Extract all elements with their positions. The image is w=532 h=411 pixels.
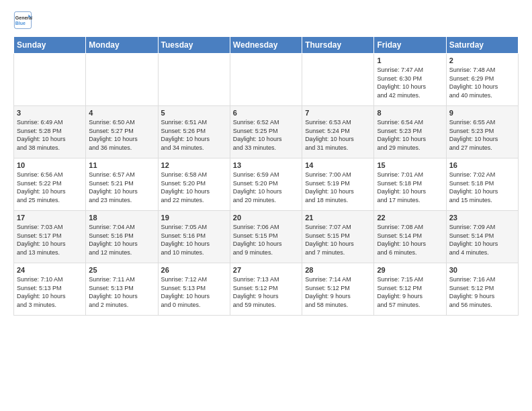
svg-rect-0 [14, 11, 31, 28]
day-info: Sunrise: 6:51 AM Sunset: 5:26 PM Dayligh… [161, 118, 227, 152]
calendar-cell: 18Sunrise: 7:04 AM Sunset: 5:16 PM Dayli… [86, 211, 158, 263]
calendar-week-row: 3Sunrise: 6:49 AM Sunset: 5:28 PM Daylig… [14, 106, 519, 158]
calendar-cell: 25Sunrise: 7:11 AM Sunset: 5:13 PM Dayli… [86, 263, 158, 316]
calendar-cell [14, 54, 86, 106]
day-number: 30 [449, 266, 515, 274]
calendar-cell: 15Sunrise: 7:01 AM Sunset: 5:18 PM Dayli… [374, 158, 446, 211]
logo: General Blue [13, 11, 35, 30]
calendar-cell: 23Sunrise: 7:09 AM Sunset: 5:14 PM Dayli… [446, 211, 518, 263]
calendar-cell: 7Sunrise: 6:53 AM Sunset: 5:24 PM Daylig… [302, 106, 374, 158]
day-info: Sunrise: 6:59 AM Sunset: 5:20 PM Dayligh… [233, 171, 299, 204]
day-number: 8 [377, 109, 443, 117]
day-info: Sunrise: 7:12 AM Sunset: 5:13 PM Dayligh… [161, 275, 227, 309]
calendar-cell: 11Sunrise: 6:57 AM Sunset: 5:21 PM Dayli… [86, 158, 158, 211]
day-info: Sunrise: 7:14 AM Sunset: 5:12 PM Dayligh… [305, 275, 371, 309]
day-number: 17 [17, 214, 83, 222]
calendar-cell: 3Sunrise: 6:49 AM Sunset: 5:28 PM Daylig… [14, 106, 86, 158]
calendar-week-row: 10Sunrise: 6:56 AM Sunset: 5:22 PM Dayli… [14, 158, 519, 211]
day-info: Sunrise: 7:16 AM Sunset: 5:12 PM Dayligh… [449, 275, 515, 309]
day-number: 16 [449, 161, 515, 169]
day-info: Sunrise: 6:54 AM Sunset: 5:23 PM Dayligh… [377, 118, 443, 152]
calendar-cell [86, 54, 158, 106]
day-number: 12 [161, 161, 227, 169]
page: General Blue SundayMondayTuesdayWednesda… [0, 0, 532, 322]
day-number: 24 [17, 266, 83, 274]
svg-text:Blue: Blue [15, 21, 26, 26]
calendar-header-thursday: Thursday [302, 37, 374, 54]
day-number: 15 [377, 161, 443, 169]
calendar-header-friday: Friday [374, 37, 446, 54]
day-info: Sunrise: 7:02 AM Sunset: 5:18 PM Dayligh… [449, 171, 515, 204]
day-number: 11 [89, 161, 154, 169]
calendar-table: SundayMondayTuesdayWednesdayThursdayFrid… [13, 36, 519, 316]
day-info: Sunrise: 7:11 AM Sunset: 5:13 PM Dayligh… [89, 275, 154, 309]
calendar-header-tuesday: Tuesday [158, 37, 230, 54]
calendar-cell: 21Sunrise: 7:07 AM Sunset: 5:15 PM Dayli… [302, 211, 374, 263]
day-info: Sunrise: 6:56 AM Sunset: 5:22 PM Dayligh… [17, 171, 83, 204]
calendar-cell [302, 54, 374, 106]
calendar-week-row: 1Sunrise: 7:47 AM Sunset: 6:30 PM Daylig… [14, 54, 519, 106]
logo-icon: General Blue [13, 11, 32, 30]
day-info: Sunrise: 7:15 AM Sunset: 5:12 PM Dayligh… [377, 275, 443, 309]
day-info: Sunrise: 7:05 AM Sunset: 5:16 PM Dayligh… [161, 223, 227, 257]
day-number: 6 [233, 109, 299, 117]
calendar-header-row: SundayMondayTuesdayWednesdayThursdayFrid… [14, 37, 519, 54]
calendar-cell: 27Sunrise: 7:13 AM Sunset: 5:12 PM Dayli… [230, 263, 302, 316]
calendar-cell: 4Sunrise: 6:50 AM Sunset: 5:27 PM Daylig… [86, 106, 158, 158]
day-info: Sunrise: 6:50 AM Sunset: 5:27 PM Dayligh… [89, 118, 154, 152]
day-info: Sunrise: 6:49 AM Sunset: 5:28 PM Dayligh… [17, 118, 83, 152]
day-number: 2 [449, 56, 515, 64]
calendar-cell: 30Sunrise: 7:16 AM Sunset: 5:12 PM Dayli… [446, 263, 518, 316]
calendar-cell: 24Sunrise: 7:10 AM Sunset: 5:13 PM Dayli… [14, 263, 86, 316]
day-number: 1 [377, 56, 443, 64]
calendar-cell: 29Sunrise: 7:15 AM Sunset: 5:12 PM Dayli… [374, 263, 446, 316]
day-info: Sunrise: 7:09 AM Sunset: 5:14 PM Dayligh… [449, 223, 515, 257]
header: General Blue [13, 11, 519, 30]
calendar-cell: 5Sunrise: 6:51 AM Sunset: 5:26 PM Daylig… [158, 106, 230, 158]
day-number: 18 [89, 214, 154, 222]
day-number: 20 [233, 214, 299, 222]
day-info: Sunrise: 7:48 AM Sunset: 6:29 PM Dayligh… [449, 66, 515, 99]
calendar-cell: 17Sunrise: 7:03 AM Sunset: 5:17 PM Dayli… [14, 211, 86, 263]
day-info: Sunrise: 7:04 AM Sunset: 5:16 PM Dayligh… [89, 223, 154, 257]
calendar-header-wednesday: Wednesday [230, 37, 302, 54]
day-info: Sunrise: 7:07 AM Sunset: 5:15 PM Dayligh… [305, 223, 371, 257]
calendar-cell: 16Sunrise: 7:02 AM Sunset: 5:18 PM Dayli… [446, 158, 518, 211]
day-info: Sunrise: 7:10 AM Sunset: 5:13 PM Dayligh… [17, 275, 83, 309]
calendar-cell: 8Sunrise: 6:54 AM Sunset: 5:23 PM Daylig… [374, 106, 446, 158]
day-info: Sunrise: 7:06 AM Sunset: 5:15 PM Dayligh… [233, 223, 299, 257]
calendar-header-sunday: Sunday [14, 37, 86, 54]
calendar-week-row: 17Sunrise: 7:03 AM Sunset: 5:17 PM Dayli… [14, 211, 519, 263]
day-number: 26 [161, 266, 227, 274]
day-number: 14 [305, 161, 371, 169]
day-number: 29 [377, 266, 443, 274]
day-number: 10 [17, 161, 83, 169]
calendar-cell: 6Sunrise: 6:52 AM Sunset: 5:25 PM Daylig… [230, 106, 302, 158]
day-number: 4 [89, 109, 154, 117]
calendar-week-row: 24Sunrise: 7:10 AM Sunset: 5:13 PM Dayli… [14, 263, 519, 316]
day-info: Sunrise: 6:55 AM Sunset: 5:23 PM Dayligh… [449, 118, 515, 152]
day-info: Sunrise: 6:53 AM Sunset: 5:24 PM Dayligh… [305, 118, 371, 152]
calendar-cell: 20Sunrise: 7:06 AM Sunset: 5:15 PM Dayli… [230, 211, 302, 263]
day-info: Sunrise: 6:52 AM Sunset: 5:25 PM Dayligh… [233, 118, 299, 152]
calendar-cell: 13Sunrise: 6:59 AM Sunset: 5:20 PM Dayli… [230, 158, 302, 211]
day-info: Sunrise: 7:13 AM Sunset: 5:12 PM Dayligh… [233, 275, 299, 309]
day-number: 28 [305, 266, 371, 274]
day-number: 5 [161, 109, 227, 117]
day-number: 22 [377, 214, 443, 222]
calendar-cell: 10Sunrise: 6:56 AM Sunset: 5:22 PM Dayli… [14, 158, 86, 211]
calendar-cell: 14Sunrise: 7:00 AM Sunset: 5:19 PM Dayli… [302, 158, 374, 211]
calendar-cell: 28Sunrise: 7:14 AM Sunset: 5:12 PM Dayli… [302, 263, 374, 316]
calendar-cell: 26Sunrise: 7:12 AM Sunset: 5:13 PM Dayli… [158, 263, 230, 316]
day-info: Sunrise: 7:47 AM Sunset: 6:30 PM Dayligh… [377, 66, 443, 99]
calendar-cell: 2Sunrise: 7:48 AM Sunset: 6:29 PM Daylig… [446, 54, 518, 106]
day-info: Sunrise: 7:01 AM Sunset: 5:18 PM Dayligh… [377, 171, 443, 204]
day-number: 27 [233, 266, 299, 274]
day-info: Sunrise: 6:57 AM Sunset: 5:21 PM Dayligh… [89, 171, 154, 204]
day-number: 7 [305, 109, 371, 117]
day-number: 21 [305, 214, 371, 222]
day-number: 13 [233, 161, 299, 169]
day-number: 9 [449, 109, 515, 117]
day-info: Sunrise: 6:58 AM Sunset: 5:20 PM Dayligh… [161, 171, 227, 204]
day-number: 23 [449, 214, 515, 222]
